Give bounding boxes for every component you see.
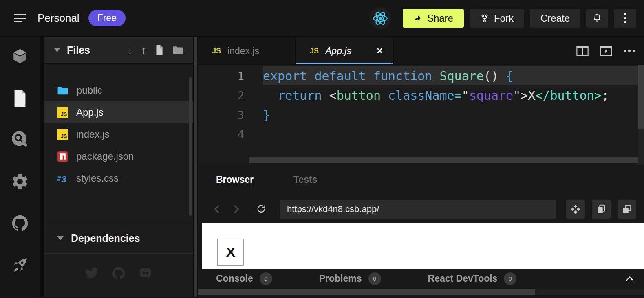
- panel-resize-handle[interactable]: [193, 37, 198, 297]
- console-bar: Console0Problems0React DevTools0: [198, 269, 644, 289]
- preview-tab-bar: BrowserTests: [198, 165, 644, 195]
- file-name: App.js: [76, 107, 104, 118]
- sandbox-cube-icon[interactable]: [10, 46, 30, 66]
- editor-horizontal-scrollbar[interactable]: [198, 157, 644, 163]
- file-item-styles.css[interactable]: 3styles.css: [44, 167, 193, 189]
- console-scrollbar[interactable]: [198, 289, 644, 295]
- code-line-1[interactable]: 1export default function Square() {: [198, 66, 644, 85]
- discord-icon[interactable]: [138, 266, 153, 280]
- github-footer-icon[interactable]: [111, 266, 126, 280]
- javascript-file-icon: JS: [57, 129, 68, 140]
- editor-tab-App.js[interactable]: JSApp.js✕: [296, 37, 394, 64]
- code-token: X: [528, 88, 535, 103]
- code-text: }: [263, 105, 644, 125]
- download-icon[interactable]: ↓: [127, 45, 133, 56]
- code-editor[interactable]: 1export default function Square() {2 ret…: [198, 65, 644, 165]
- console-tab-console[interactable]: Console0: [216, 272, 272, 285]
- console-tab-react-devtools[interactable]: React DevTools0: [428, 272, 517, 285]
- new-file-icon[interactable]: [154, 45, 164, 55]
- editor-more-icon[interactable]: [624, 50, 635, 52]
- file-item-public[interactable]: public: [44, 79, 193, 101]
- tab-label: index.js: [227, 46, 259, 57]
- tab-label: App.js: [325, 46, 351, 57]
- code-token: button: [337, 88, 381, 103]
- top-bar: Personal Free Share: [0, 0, 644, 37]
- code-token: return: [278, 88, 329, 103]
- console-tab-problems[interactable]: Problems0: [319, 272, 381, 285]
- new-folder-icon[interactable]: [172, 45, 183, 55]
- more-options-button[interactable]: [614, 9, 636, 28]
- javascript-file-icon: JS: [212, 47, 221, 55]
- preview-tab-tests[interactable]: Tests: [293, 174, 317, 185]
- count-badge: 0: [260, 272, 272, 285]
- file-list: publicJSApp.jsJSindex.jspackage.json3sty…: [44, 64, 193, 189]
- url-input[interactable]: [280, 200, 556, 219]
- folder-icon: [57, 85, 68, 96]
- notifications-button[interactable]: [586, 9, 608, 28]
- code-token: ": [513, 88, 520, 103]
- menu-icon[interactable]: [14, 14, 27, 22]
- plan-badge: Free: [88, 10, 126, 26]
- file-name: styles.css: [76, 173, 119, 184]
- files-scrollbar[interactable]: [189, 77, 192, 216]
- editor-vertical-scrollbar[interactable]: [638, 65, 644, 165]
- preview-tab-browser[interactable]: Browser: [216, 174, 254, 185]
- npm-package-icon: [57, 151, 68, 162]
- code-line-4[interactable]: 4: [198, 125, 644, 144]
- css-file-icon: 3: [57, 173, 68, 184]
- rocket-deploy-icon[interactable]: [10, 255, 30, 275]
- code-token: <: [329, 88, 337, 103]
- code-text: return <button className="square">X</but…: [263, 85, 644, 105]
- twitter-icon[interactable]: [84, 266, 99, 280]
- console-tab-label: React DevTools: [428, 273, 498, 284]
- code-token: {: [506, 69, 513, 83]
- code-token: </button>: [535, 88, 602, 103]
- settings-gear-icon[interactable]: [10, 172, 30, 192]
- console-tab-label: Console: [216, 273, 253, 284]
- open-in-new-window-icon[interactable]: [618, 200, 636, 219]
- code-token: [381, 88, 388, 103]
- open-preview-options-icon[interactable]: [566, 200, 585, 219]
- share-button[interactable]: Share: [403, 9, 464, 28]
- social-links: [44, 254, 193, 297]
- copy-url-icon[interactable]: [592, 200, 611, 219]
- split-editor-icon[interactable]: [576, 46, 589, 56]
- code-token: =: [454, 88, 462, 103]
- chevron-down-icon[interactable]: [54, 48, 60, 52]
- preview-toggle-icon[interactable]: [600, 46, 612, 56]
- codesandbox-app: Personal Free Share: [0, 0, 644, 298]
- javascript-file-icon: JS: [310, 47, 319, 55]
- code-text: export default function Square() {: [263, 66, 638, 85]
- github-icon[interactable]: [10, 213, 30, 233]
- expand-console-icon[interactable]: [625, 276, 634, 282]
- refresh-icon[interactable]: [252, 204, 271, 215]
- file-item-App.js[interactable]: JSApp.js: [44, 101, 193, 123]
- file-item-index.js[interactable]: JSindex.js: [44, 123, 193, 145]
- create-button[interactable]: Create: [530, 9, 580, 28]
- panel-gap: [40, 37, 44, 297]
- file-name: index.js: [76, 129, 109, 140]
- search-icon[interactable]: [10, 130, 30, 150]
- code-line-3[interactable]: 3}: [198, 105, 644, 125]
- line-number: 1: [198, 70, 263, 82]
- dependencies-section-header[interactable]: Dependencies: [44, 224, 193, 253]
- upload-icon[interactable]: ↑: [141, 45, 147, 56]
- code-token: }: [263, 108, 270, 122]
- file-item-package.json[interactable]: package.json: [44, 145, 193, 167]
- forward-icon[interactable]: [227, 204, 245, 215]
- close-tab-icon[interactable]: ✕: [376, 46, 383, 56]
- explorer-file-icon[interactable]: [10, 88, 30, 108]
- kebab-menu-icon: [624, 13, 626, 23]
- line-number: 3: [198, 109, 263, 121]
- code-token: ": [462, 88, 469, 103]
- editor-tab-index.js[interactable]: JSindex.js: [198, 37, 296, 64]
- files-panel-header: Files ↓ ↑: [44, 37, 193, 64]
- square-button[interactable]: X: [217, 239, 244, 266]
- back-icon[interactable]: [208, 204, 227, 215]
- fork-button[interactable]: Fork: [470, 9, 524, 28]
- file-name: package.json: [76, 151, 134, 162]
- browser-nav-bar: [198, 195, 644, 224]
- code-token: square: [469, 88, 513, 103]
- workspace-name[interactable]: Personal: [37, 12, 79, 24]
- code-line-2[interactable]: 2 return <button className="square">X</b…: [198, 85, 644, 105]
